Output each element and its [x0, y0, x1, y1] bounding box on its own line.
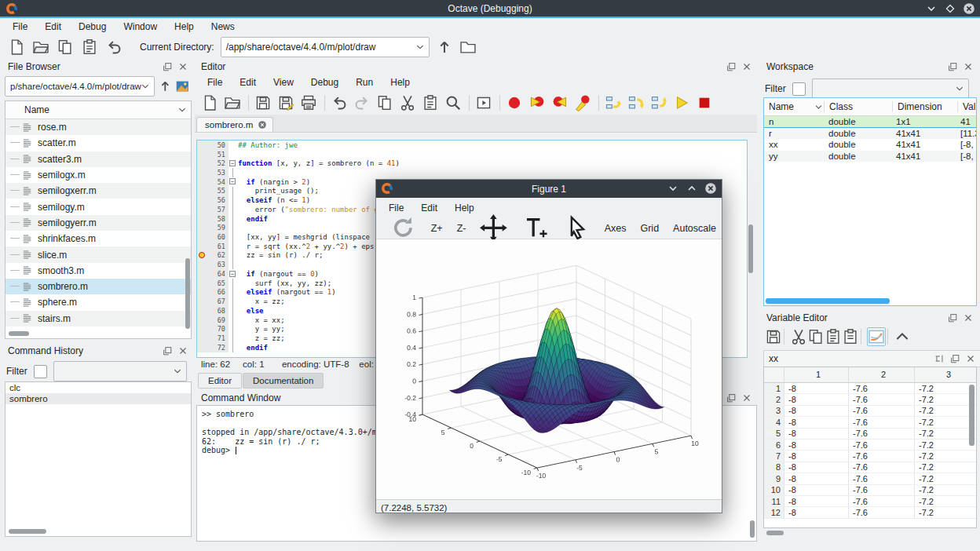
- cell[interactable]: -7.6: [849, 394, 915, 405]
- open-file-icon[interactable]: [32, 38, 49, 56]
- save-icon[interactable]: [765, 328, 782, 345]
- history-filter-combo[interactable]: [53, 361, 187, 381]
- browse-directory-icon[interactable]: [459, 38, 477, 56]
- fold-margin[interactable]: [229, 288, 238, 297]
- copy-icon[interactable]: [57, 38, 74, 56]
- cell[interactable]: -7.6: [849, 462, 915, 473]
- maximize-icon[interactable]: [944, 2, 956, 15]
- variable-row[interactable]: 10-8-7.6-7.2: [764, 485, 976, 496]
- stop-icon[interactable]: [696, 94, 713, 111]
- editor-menu-view[interactable]: View: [265, 75, 302, 89]
- file-row[interactable]: rose.m: [5, 119, 191, 135]
- cell[interactable]: -7.6: [849, 383, 915, 394]
- variable-row[interactable]: 12-8-7.6-7.2: [764, 507, 976, 518]
- editor-menu-help[interactable]: Help: [382, 75, 418, 89]
- variable-row[interactable]: 2-8-7.6-7.2: [764, 394, 976, 405]
- zoom-in-tool[interactable]: Z+: [426, 221, 448, 235]
- fold-margin[interactable]: –: [229, 177, 238, 187]
- variable-row[interactable]: 3-8-7.6-7.2: [764, 406, 976, 417]
- undo-icon[interactable]: [105, 38, 122, 56]
- tab-close-icon[interactable]: [258, 120, 267, 130]
- chevron-down-icon[interactable]: [415, 42, 426, 53]
- close-panel-icon[interactable]: [177, 345, 188, 356]
- cell[interactable]: -8: [784, 485, 849, 496]
- fold-margin[interactable]: [229, 242, 238, 251]
- print-icon[interactable]: [300, 94, 317, 111]
- file-row[interactable]: smooth3.m: [5, 263, 191, 279]
- tab-sombrero[interactable]: sombrero.m: [196, 117, 273, 132]
- minimize-icon[interactable]: [667, 182, 679, 195]
- maximize-icon[interactable]: [686, 182, 698, 195]
- variable-table-hscrollbar[interactable]: [766, 531, 784, 535]
- file-row[interactable]: sombrero.m: [5, 279, 191, 294]
- variable-row[interactable]: 6-8-7.6-7.2: [764, 440, 976, 451]
- fold-margin[interactable]: [229, 343, 238, 352]
- variable-row[interactable]: 5-8-7.6-7.2: [764, 429, 976, 440]
- workspace-row[interactable]: rdouble41x41[11.314: [764, 128, 976, 139]
- file-browser-path-combo[interactable]: p/share/octave/4.4.0/m/plot/draw: [5, 76, 155, 97]
- cell[interactable]: -8: [784, 440, 849, 451]
- file-row[interactable]: scatter3.m: [5, 151, 191, 167]
- breakpoint-icon[interactable]: [199, 252, 205, 258]
- cell[interactable]: -7.2: [915, 406, 977, 417]
- chevron-down-icon[interactable]: [177, 104, 188, 115]
- figure-titlebar[interactable]: Figure 1: [376, 180, 722, 198]
- fold-margin[interactable]: [229, 232, 238, 242]
- variable-row[interactable]: 9-8-7.6-7.2: [764, 473, 976, 484]
- sombrero-surface-plot[interactable]: [376, 239, 720, 497]
- menu-window[interactable]: Window: [115, 20, 165, 34]
- file-list-header[interactable]: Name: [5, 101, 191, 119]
- file-list-vscrollbar[interactable]: [185, 258, 190, 329]
- column-header-dimension[interactable]: Dimension: [893, 101, 958, 112]
- paste-icon[interactable]: [422, 94, 439, 111]
- workspace-table[interactable]: NameClassDimensionValue ndouble1x141rdou…: [763, 97, 977, 306]
- workspace-hscrollbar[interactable]: [766, 298, 890, 304]
- variable-row[interactable]: 4-8-7.6-7.2: [764, 417, 976, 428]
- column-header-class[interactable]: Class: [825, 101, 893, 112]
- cell[interactable]: -7.2: [915, 507, 977, 518]
- axes-button[interactable]: Axes: [599, 221, 632, 235]
- close-panel-icon[interactable]: [963, 61, 974, 72]
- undock-icon[interactable]: [947, 61, 958, 72]
- fold-margin[interactable]: [229, 334, 238, 343]
- minimize-icon[interactable]: [925, 2, 938, 15]
- fold-margin[interactable]: [229, 140, 238, 150]
- close-panel-icon[interactable]: [741, 392, 752, 403]
- cell[interactable]: -7.2: [915, 417, 977, 428]
- file-row[interactable]: scatter.m: [5, 135, 191, 151]
- pin-icon[interactable]: [934, 353, 945, 364]
- figure-plot-area[interactable]: [376, 239, 722, 499]
- close-icon[interactable]: [963, 2, 975, 15]
- undock-icon[interactable]: [162, 61, 173, 72]
- menu-debug[interactable]: Debug: [71, 20, 114, 34]
- cell[interactable]: -7.2: [915, 451, 977, 462]
- prev-breakpoint-icon[interactable]: [528, 94, 546, 111]
- file-row[interactable]: semilogy.m: [5, 199, 191, 214]
- history-hscrollbar[interactable]: [9, 529, 46, 534]
- paste-table-icon[interactable]: [842, 328, 859, 345]
- variable-row[interactable]: 7-8-7.6-7.2: [764, 451, 976, 462]
- column-header-name[interactable]: Name: [764, 101, 825, 112]
- file-row[interactable]: semilogyerr.m: [5, 215, 191, 231]
- fold-margin[interactable]: [229, 187, 238, 196]
- code-line[interactable]: 50## Author: jwe: [197, 140, 747, 150]
- up-icon[interactable]: [894, 328, 911, 345]
- cell[interactable]: -7.2: [915, 496, 977, 507]
- continue-icon[interactable]: [673, 94, 690, 111]
- save-as-icon[interactable]: [277, 94, 294, 111]
- command-window-vscrollbar[interactable]: [750, 520, 755, 538]
- tab-editor[interactable]: Editor: [198, 373, 242, 389]
- fold-margin[interactable]: [229, 251, 238, 261]
- menu-edit[interactable]: Edit: [37, 20, 69, 34]
- cell[interactable]: -7.6: [849, 485, 915, 496]
- undo-icon[interactable]: [331, 94, 348, 111]
- close-panel-icon[interactable]: [963, 312, 974, 323]
- step-out-icon[interactable]: [650, 94, 667, 111]
- fold-margin[interactable]: [229, 195, 238, 205]
- code-line[interactable]: 52–function [x, y, z] = sombrero (n = 41…: [197, 159, 747, 168]
- editor-vscrollbar[interactable]: [748, 224, 753, 273]
- close-panel-icon[interactable]: [177, 61, 188, 72]
- column-header-1[interactable]: 1: [784, 367, 849, 382]
- cell[interactable]: -8: [784, 496, 849, 507]
- cell[interactable]: -7.2: [915, 429, 977, 440]
